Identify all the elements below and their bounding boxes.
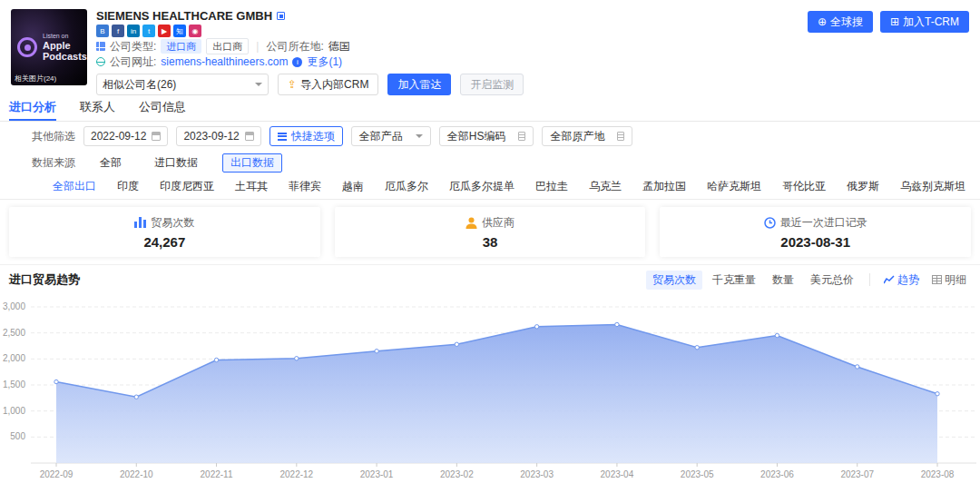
end-date-value: 2023-09-12 xyxy=(183,130,239,143)
join-radar-button[interactable]: 加入雷达 xyxy=(387,74,451,95)
data-source-label: 数据来源 xyxy=(32,155,75,171)
similar-company-input[interactable] xyxy=(103,78,255,91)
hs-code-select[interactable]: 全部HS编码 xyxy=(439,126,534,146)
clock-icon xyxy=(764,217,776,229)
country-tab[interactable]: 印度 xyxy=(117,179,139,194)
svg-text:2023-08: 2023-08 xyxy=(921,469,955,479)
product-select[interactable]: 全部产品 xyxy=(351,126,431,146)
start-date-input[interactable]: 2022-09-12 xyxy=(83,126,168,146)
youtube-icon[interactable]: ▶ xyxy=(158,25,171,37)
end-date-input[interactable]: 2023-09-12 xyxy=(176,126,260,146)
svg-text:2023-05: 2023-05 xyxy=(681,469,714,479)
country-tab[interactable]: 乌兹别克斯坦 xyxy=(900,179,965,194)
import-crm-button[interactable]: ⇪ 导入内部CRM xyxy=(278,74,378,95)
source-import-data[interactable]: 进口数据 xyxy=(146,153,206,173)
country-tab[interactable]: 菲律宾 xyxy=(289,179,321,194)
country-tab[interactable]: 印度尼西亚 xyxy=(160,179,214,194)
join-radar-label: 加入雷达 xyxy=(397,77,441,93)
metric-kg-weight[interactable]: 千克重量 xyxy=(706,271,762,290)
country-tab[interactable]: 厄瓜多尔提单 xyxy=(449,179,514,194)
quick-options-icon xyxy=(278,133,287,141)
stat-value: 38 xyxy=(483,234,498,250)
location-value: 德国 xyxy=(328,39,350,54)
tab-contacts[interactable]: 联系人 xyxy=(80,94,115,121)
document-icon xyxy=(518,132,525,141)
start-monitor-label: 开启监测 xyxy=(470,77,514,93)
add-square-icon: ⊞ xyxy=(890,15,899,28)
metric-usd-total[interactable]: 美元总价 xyxy=(804,271,860,290)
apple-podcasts-icon xyxy=(17,37,37,57)
start-monitor-button[interactable]: 开启监测 xyxy=(460,74,524,95)
exporter-tag: 出口商 xyxy=(206,38,249,54)
join-tcrm-button[interactable]: ⊞ 加入T-CRM xyxy=(880,11,969,33)
stat-cards: 贸易次数 24,267 供应商 38 最近一次进口记录 202 xyxy=(0,200,980,265)
copy-icon[interactable] xyxy=(277,12,285,20)
view-trend-toggle[interactable]: 趋势 xyxy=(879,271,924,290)
tab-company-info[interactable]: 公司信息 xyxy=(139,94,186,121)
location-label: 公司所在地: xyxy=(266,39,323,54)
svg-text:2023-06: 2023-06 xyxy=(760,469,794,479)
svg-text:2022-12: 2022-12 xyxy=(279,469,313,479)
svg-text:2022-10: 2022-10 xyxy=(120,469,153,479)
website-link[interactable]: siemens-healthineers.com xyxy=(161,55,288,68)
hs-code-value: 全部HS编码 xyxy=(447,129,506,144)
global-search-button[interactable]: ⊕ 全球搜 xyxy=(808,11,873,33)
country-tab[interactable]: 俄罗斯 xyxy=(847,179,879,194)
company-logo[interactable]: Listen on Apple Podcasts 相关图片(24) xyxy=(11,9,87,85)
trade-trend-chart[interactable]: 5001,0001,5002,0002,5003,0002022-092022-… xyxy=(0,294,980,493)
facebook-icon[interactable]: f xyxy=(112,25,124,37)
svg-text:3,000: 3,000 xyxy=(3,301,25,311)
import-crm-label: 导入内部CRM xyxy=(300,77,368,93)
company-name: SIEMENS HEALTHCARE GMBH xyxy=(96,9,272,23)
metric-trade-count[interactable]: 贸易次数 xyxy=(646,271,702,290)
blog-icon[interactable]: B xyxy=(96,25,109,37)
country-tab[interactable]: 哈萨克斯坦 xyxy=(707,179,761,194)
stat-label: 供应商 xyxy=(482,215,514,231)
origin-select[interactable]: 全部原产地 xyxy=(542,126,632,146)
instagram-icon[interactable]: ◉ xyxy=(189,25,201,37)
country-tab[interactable]: 全部出口 xyxy=(53,179,96,194)
stat-label: 最近一次进口记录 xyxy=(780,215,867,231)
chevron-down-icon[interactable] xyxy=(255,83,262,86)
twitter-icon[interactable]: t xyxy=(142,25,155,37)
table-icon xyxy=(932,275,942,284)
calendar-icon xyxy=(152,132,161,141)
source-export-data[interactable]: 出口数据 xyxy=(222,153,282,173)
calendar-icon xyxy=(245,132,254,141)
building-icon xyxy=(96,42,105,51)
source-all[interactable]: 全部 xyxy=(92,153,130,173)
global-search-label: 全球搜 xyxy=(830,15,863,30)
svg-text:2023-07: 2023-07 xyxy=(840,469,874,479)
country-tab[interactable]: 厄瓜多尔 xyxy=(385,179,428,194)
svg-text:1,500: 1,500 xyxy=(3,380,25,389)
svg-text:2022-09: 2022-09 xyxy=(40,469,74,479)
view-detail-toggle[interactable]: 明细 xyxy=(927,271,971,290)
join-tcrm-label: 加入T-CRM xyxy=(903,15,959,30)
linkedin-icon[interactable]: in xyxy=(127,25,140,37)
country-tab[interactable]: 乌克兰 xyxy=(589,179,622,194)
quick-options-button[interactable]: 快捷选项 xyxy=(270,126,343,146)
svg-text:2022-11: 2022-11 xyxy=(201,469,233,479)
country-tabs: 全部出口 印度 印度尼西亚 土耳其 菲律宾 越南 厄瓜多尔 厄瓜多尔提单 巴拉圭… xyxy=(0,174,980,200)
apple-podcasts-text: Listen on Apple Podcasts xyxy=(43,33,83,62)
website-label: 公司网址: xyxy=(110,54,156,70)
globe-icon xyxy=(96,57,105,66)
country-tab[interactable]: 巴拉圭 xyxy=(535,179,568,194)
divider xyxy=(869,273,870,286)
globe-search-icon: ⊕ xyxy=(818,15,827,28)
country-tab[interactable]: 哥伦比亚 xyxy=(782,179,826,194)
country-tab[interactable]: 越南 xyxy=(342,179,364,194)
zhihu-icon[interactable]: 知 xyxy=(173,25,186,37)
metric-quantity[interactable]: 数量 xyxy=(766,271,800,290)
other-filter-label: 其他筛选 xyxy=(32,129,75,144)
origin-value: 全部原产地 xyxy=(550,129,604,144)
chevron-down-icon xyxy=(416,134,423,138)
country-tab[interactable]: 土耳其 xyxy=(235,179,268,194)
view-detail-label: 明细 xyxy=(945,272,966,288)
country-tab[interactable]: 孟加拉国 xyxy=(642,179,686,194)
document-icon xyxy=(617,132,624,141)
data-source-row: 数据来源 全部 进口数据 出口数据 xyxy=(0,151,980,174)
more-link[interactable]: 更多(1) xyxy=(307,54,342,70)
related-images-caption[interactable]: 相关图片(24) xyxy=(15,74,56,84)
tab-import-analysis[interactable]: 进口分析 xyxy=(9,94,56,121)
